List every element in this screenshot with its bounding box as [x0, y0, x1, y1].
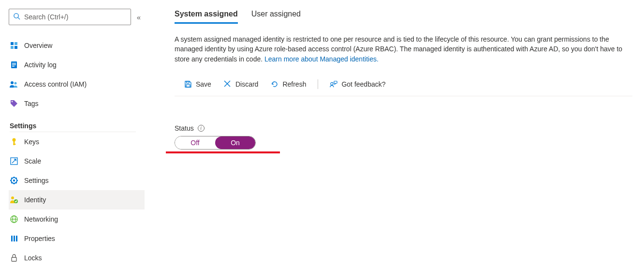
- sidebar-item-label: Access control (IAM): [24, 80, 87, 88]
- tab-user-assigned[interactable]: User assigned: [251, 10, 301, 24]
- discard-button[interactable]: Discard: [218, 78, 264, 90]
- access-control-icon: [10, 80, 18, 89]
- collapse-sidebar-button[interactable]: «: [137, 14, 141, 21]
- discard-label: Discard: [235, 80, 258, 88]
- search-icon: [13, 13, 20, 21]
- properties-icon: [10, 234, 18, 243]
- refresh-label: Refresh: [282, 80, 306, 88]
- svg-point-27: [11, 196, 14, 199]
- refresh-button[interactable]: Refresh: [265, 78, 312, 90]
- sidebar-item-keys[interactable]: Keys: [9, 132, 145, 151]
- svg-rect-37: [186, 85, 190, 87]
- svg-rect-8: [12, 64, 16, 65]
- svg-rect-41: [334, 81, 337, 83]
- sidebar-item-label: Scale: [24, 157, 41, 165]
- sidebar-item-overview[interactable]: Overview: [9, 36, 145, 55]
- svg-line-1: [18, 17, 20, 19]
- networking-icon: [10, 215, 18, 224]
- svg-rect-7: [12, 63, 16, 64]
- sidebar-item-label: Overview: [24, 42, 52, 49]
- sidebar-item-label: Locks: [24, 254, 42, 262]
- sidebar-item-label: Networking: [24, 215, 58, 223]
- settings-icon: [10, 176, 18, 185]
- save-icon: [184, 80, 192, 88]
- search-row: «: [9, 9, 146, 25]
- description-body: A system assigned managed identity is re…: [175, 35, 622, 63]
- svg-rect-3: [15, 42, 17, 45]
- scale-icon: [10, 157, 18, 165]
- overview-icon: [10, 41, 18, 50]
- keys-icon: [10, 137, 18, 146]
- sidebar-item-activity-log[interactable]: Activity log: [9, 55, 145, 75]
- sidebar-item-label: Properties: [24, 235, 55, 242]
- sidebar-item-networking[interactable]: Networking: [9, 210, 145, 229]
- sidebar-item-properties[interactable]: Properties: [9, 229, 145, 248]
- tabs: System assigned User assigned: [175, 10, 632, 24]
- search-input[interactable]: [24, 13, 127, 21]
- sidebar-item-label: Activity log: [24, 61, 57, 69]
- status-toggle-on[interactable]: On: [215, 136, 255, 149]
- feedback-icon: [330, 80, 337, 88]
- tags-icon: [10, 99, 18, 108]
- toolbar: Save Discard Refresh Got feedback?: [175, 74, 632, 96]
- sidebar-item-identity[interactable]: Identity: [9, 190, 145, 210]
- main-panel: System assigned User assigned A system a…: [146, 0, 644, 270]
- sidebar-nav[interactable]: Overview Activity log Access control (IA…: [9, 36, 146, 270]
- status-label: Status: [175, 124, 194, 132]
- sidebar-item-scale[interactable]: Scale: [9, 151, 145, 171]
- sidebar-item-label: Identity: [24, 196, 46, 204]
- sidebar-item-locks[interactable]: Locks: [9, 248, 145, 268]
- sidebar-item-settings[interactable]: Settings: [9, 171, 145, 190]
- svg-rect-33: [14, 236, 15, 241]
- annotation-underline: [166, 151, 280, 153]
- sidebar-heading-settings: Settings: [10, 122, 145, 130]
- status-section: Status i Off On: [175, 124, 632, 153]
- identity-icon: [10, 195, 18, 204]
- sidebar: « Overview Activity log Access control (…: [0, 0, 146, 270]
- toolbar-separator: [318, 79, 318, 89]
- sidebar-item-label: Settings: [24, 177, 49, 184]
- status-toggle-off[interactable]: Off: [175, 136, 215, 149]
- svg-point-12: [12, 101, 13, 103]
- sidebar-item-tags[interactable]: Tags: [9, 94, 145, 113]
- svg-point-10: [11, 81, 14, 84]
- svg-rect-32: [11, 236, 13, 241]
- svg-rect-34: [16, 236, 17, 241]
- svg-point-11: [15, 82, 17, 85]
- info-icon[interactable]: i: [198, 125, 205, 132]
- search-box[interactable]: [9, 9, 131, 25]
- svg-point-40: [331, 82, 333, 85]
- status-label-row: Status i: [175, 124, 632, 132]
- sidebar-item-label: Tags: [24, 100, 39, 107]
- svg-rect-9: [12, 66, 15, 67]
- svg-rect-2: [11, 42, 14, 45]
- activity-log-icon: [10, 60, 18, 69]
- svg-point-0: [14, 14, 18, 18]
- sidebar-item-access-control[interactable]: Access control (IAM): [9, 75, 145, 94]
- description-text: A system assigned managed identity is re…: [175, 34, 632, 64]
- feedback-button[interactable]: Got feedback?: [324, 78, 391, 90]
- status-toggle[interactable]: Off On: [175, 136, 256, 150]
- save-label: Save: [196, 80, 211, 88]
- learn-more-link[interactable]: Learn more about Managed identities.: [264, 55, 379, 63]
- refresh-icon: [271, 80, 278, 88]
- discard-icon: [224, 80, 232, 88]
- feedback-label: Got feedback?: [341, 80, 385, 88]
- svg-point-18: [13, 180, 15, 181]
- save-button[interactable]: Save: [178, 78, 217, 90]
- tab-system-assigned[interactable]: System assigned: [175, 10, 238, 24]
- svg-rect-4: [11, 46, 14, 49]
- svg-rect-36: [187, 81, 189, 83]
- svg-rect-5: [15, 46, 17, 49]
- svg-rect-15: [14, 144, 16, 145]
- locks-icon: [10, 254, 18, 262]
- sidebar-item-label: Keys: [24, 138, 39, 146]
- svg-rect-35: [12, 257, 16, 261]
